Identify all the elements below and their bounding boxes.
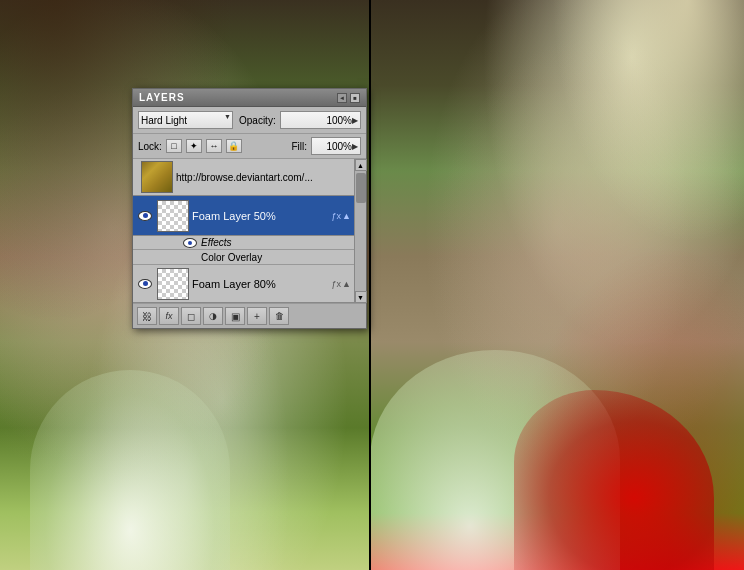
effects-visibility-icon[interactable] [183, 238, 197, 248]
url-layer-thumbnail [141, 161, 173, 193]
foam-50-layer[interactable]: Foam Layer 50% ƒx ▲ [133, 196, 354, 236]
foam-50-fx-badge: ƒx [332, 211, 342, 221]
foam-80-eye-icon [138, 279, 152, 289]
foam-50-name: Foam Layer 50% [192, 210, 330, 222]
lock-pixels-btn[interactable]: ✦ [186, 139, 202, 153]
fill-value: 100% [314, 141, 352, 152]
layers-scrollbar[interactable]: ▲ ▼ [354, 159, 366, 303]
effects-label: Effects [201, 237, 232, 248]
lock-transparency-btn[interactable]: □ [166, 139, 182, 153]
opacity-label: Opacity: [239, 115, 276, 126]
foam-80-layer[interactable]: Foam Layer 80% ƒx ▲ [133, 265, 354, 303]
foam-80-name: Foam Layer 80% [192, 278, 330, 290]
lock-fill-row: Lock: □ ✦ ↔ 🔒 Fill: 100% ▶ [133, 134, 366, 159]
fill-input[interactable]: 100% ▶ [311, 137, 361, 155]
blend-mode-wrap: Hard Light Normal Multiply Screen Overla… [138, 111, 233, 129]
opacity-input[interactable]: 100% ▶ [280, 111, 361, 129]
foam-80-fx-badge: ƒx [332, 279, 342, 289]
adjustment-layer-button[interactable]: ◑ [203, 307, 223, 325]
titlebar-controls: ◄ ■ [337, 93, 360, 103]
fill-label: Fill: [291, 141, 307, 152]
layers-titlebar: LAYERS ◄ ■ [133, 89, 366, 107]
layers-list: http://browse.deviantart.com/... Foam La… [133, 159, 354, 303]
link-layers-button[interactable]: ⛓ [137, 307, 157, 325]
blend-opacity-row: Hard Light Normal Multiply Screen Overla… [133, 107, 366, 134]
opacity-arrow[interactable]: ▶ [352, 116, 358, 125]
foam-80-arrow: ▲ [342, 279, 351, 289]
photo-divider [369, 0, 371, 570]
lock-position-btn[interactable]: ↔ [206, 139, 222, 153]
foam-50-visibility[interactable] [136, 207, 154, 225]
foam-80-thumbnail [157, 268, 189, 300]
color-overlay-row: Color Overlay [133, 250, 354, 265]
foam-80-visibility[interactable] [136, 275, 154, 293]
add-layer-style-button[interactable]: fx [159, 307, 179, 325]
url-layer-name: http://browse.deviantart.com/... [176, 172, 349, 183]
lock-all-btn[interactable]: 🔒 [226, 139, 242, 153]
close-button[interactable]: ■ [350, 93, 360, 103]
delete-layer-button[interactable]: 🗑 [269, 307, 289, 325]
dress-left [30, 370, 230, 570]
fill-arrow[interactable]: ▶ [352, 142, 358, 151]
scroll-thumb[interactable] [356, 173, 366, 203]
scroll-down-arrow[interactable]: ▼ [355, 291, 367, 303]
layers-list-wrap: http://browse.deviantart.com/... Foam La… [133, 159, 366, 303]
add-mask-button[interactable]: ◻ [181, 307, 201, 325]
effects-row: Effects [133, 236, 354, 250]
url-layer[interactable]: http://browse.deviantart.com/... [133, 159, 354, 196]
color-overlay-label: Color Overlay [201, 252, 262, 263]
opacity-value: 100% [283, 115, 352, 126]
layers-panel-title: LAYERS [139, 92, 185, 103]
collapse-button[interactable]: ◄ [337, 93, 347, 103]
group-layers-button[interactable]: ▣ [225, 307, 245, 325]
foam-50-eye-icon [138, 211, 152, 221]
foam-50-arrow: ▲ [342, 211, 351, 221]
lock-label: Lock: [138, 141, 162, 152]
layers-panel: LAYERS ◄ ■ Hard Light Normal Multiply Sc… [132, 88, 367, 329]
scroll-up-arrow[interactable]: ▲ [355, 159, 367, 171]
layers-toolbar: ⛓ fx ◻ ◑ ▣ + 🗑 [133, 303, 366, 328]
new-layer-button[interactable]: + [247, 307, 267, 325]
foam-50-thumbnail [157, 200, 189, 232]
blend-mode-select[interactable]: Hard Light Normal Multiply Screen Overla… [138, 111, 233, 129]
